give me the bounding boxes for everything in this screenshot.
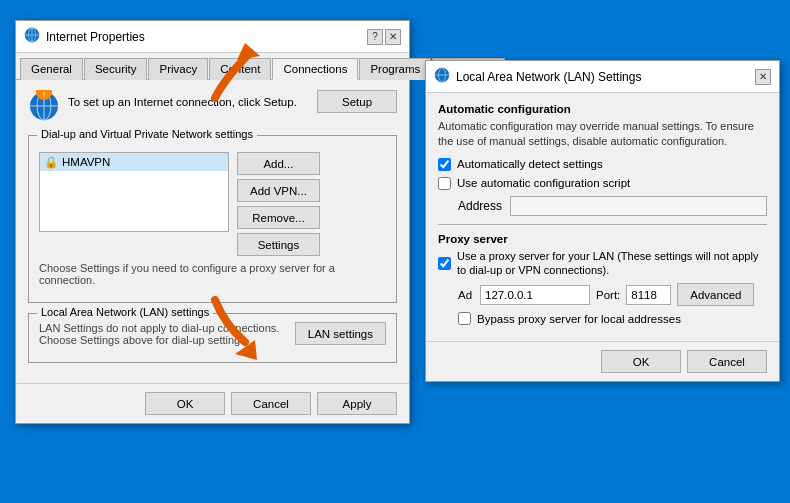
auto-config-title: Automatic configuration <box>438 103 767 115</box>
settings-button[interactable]: Settings <box>237 233 320 256</box>
vpn-icon: 🔒 <box>44 155 58 169</box>
auto-detect-row: Automatically detect settings <box>438 158 767 171</box>
proxy-address-input[interactable] <box>480 285 590 305</box>
address-input[interactable] <box>510 196 767 216</box>
lan-titlebar: Local Area Network (LAN) Settings ✕ <box>426 61 779 93</box>
proxy-enable-label: Use a proxy server for your LAN (These s… <box>457 249 767 278</box>
network-icon: ! <box>28 90 60 125</box>
vpn-section: 🔒 HMAVPN Add... Add VPN... Remove... Set… <box>39 152 386 256</box>
proxy-server-title: Proxy server <box>438 233 767 245</box>
dialup-section: Dial-up and Virtual Private Network sett… <box>28 135 397 303</box>
lan-titlebar-controls: ✕ <box>755 69 771 85</box>
setup-button[interactable]: Setup <box>317 90 397 113</box>
cancel-button[interactable]: Cancel <box>231 392 311 415</box>
auto-detect-label: Automatically detect settings <box>457 158 603 170</box>
proxy-address-label: Ad <box>458 289 474 301</box>
tab-security[interactable]: Security <box>84 58 148 80</box>
svg-text:!: ! <box>43 90 46 99</box>
vpn-name: HMAVPN <box>62 156 110 168</box>
dialup-label: Dial-up and Virtual Private Network sett… <box>37 128 257 140</box>
port-label: Port: <box>596 289 620 301</box>
svg-marker-14 <box>237 43 260 60</box>
titlebar-controls: ? ✕ <box>367 29 401 45</box>
apply-button[interactable]: Apply <box>317 392 397 415</box>
tab-programs[interactable]: Programs <box>359 58 431 80</box>
help-button[interactable]: ? <box>367 29 383 45</box>
titlebar-left: Internet Properties <box>24 27 145 46</box>
lan-section-label: Local Area Network (LAN) settings <box>37 306 213 318</box>
auto-script-label: Use automatic configuration script <box>457 177 630 189</box>
add-button[interactable]: Add... <box>237 152 320 175</box>
lan-title: Local Area Network (LAN) Settings <box>456 70 641 84</box>
lan-close-button[interactable]: ✕ <box>755 69 771 85</box>
lan-content: Automatic configuration Automatic config… <box>426 93 779 341</box>
proxy-enable-row: Use a proxy server for your LAN (These s… <box>438 249 767 278</box>
bypass-label: Bypass proxy server for local addresses <box>477 313 681 325</box>
lan-footer: OK Cancel <box>426 341 779 381</box>
close-button[interactable]: ✕ <box>385 29 401 45</box>
auto-script-checkbox[interactable] <box>438 177 451 190</box>
lan-settings-dialog: Local Area Network (LAN) Settings ✕ Auto… <box>425 60 780 382</box>
bypass-checkbox[interactable] <box>458 312 471 325</box>
internet-props-footer: OK Cancel Apply <box>16 383 409 423</box>
arrow-up <box>195 38 275 108</box>
add-vpn-button[interactable]: Add VPN... <box>237 179 320 202</box>
list-item[interactable]: 🔒 HMAVPN <box>40 153 228 171</box>
vpn-button-group: Add... Add VPN... Remove... Settings <box>237 152 320 256</box>
arrow-down <box>195 280 275 360</box>
proxy-port-input[interactable] <box>626 285 671 305</box>
lan-ok-button[interactable]: OK <box>601 350 681 373</box>
lan-globe-icon <box>434 67 450 86</box>
address-label: Address <box>458 199 502 213</box>
internet-props-title: Internet Properties <box>46 30 145 44</box>
divider <box>438 224 767 225</box>
bypass-row: Bypass proxy server for local addresses <box>458 312 767 325</box>
proxy-enable-checkbox[interactable] <box>438 257 451 270</box>
advanced-button[interactable]: Advanced <box>677 283 754 306</box>
proxy-address-row: Ad Port: Advanced <box>458 283 767 306</box>
tab-general[interactable]: General <box>20 58 83 80</box>
auto-config-desc: Automatic configuration may override man… <box>438 119 767 150</box>
vpn-listbox[interactable]: 🔒 HMAVPN <box>39 152 229 232</box>
address-row: Address <box>458 196 767 216</box>
auto-detect-checkbox[interactable] <box>438 158 451 171</box>
ie-icon <box>24 27 40 46</box>
auto-script-row: Use automatic configuration script <box>438 177 767 190</box>
tab-connections[interactable]: Connections <box>272 58 358 80</box>
lan-cancel-button[interactable]: Cancel <box>687 350 767 373</box>
lan-titlebar-left: Local Area Network (LAN) Settings <box>434 67 641 86</box>
remove-button[interactable]: Remove... <box>237 206 320 229</box>
ok-button[interactable]: OK <box>145 392 225 415</box>
lan-settings-button[interactable]: LAN settings <box>295 322 386 345</box>
